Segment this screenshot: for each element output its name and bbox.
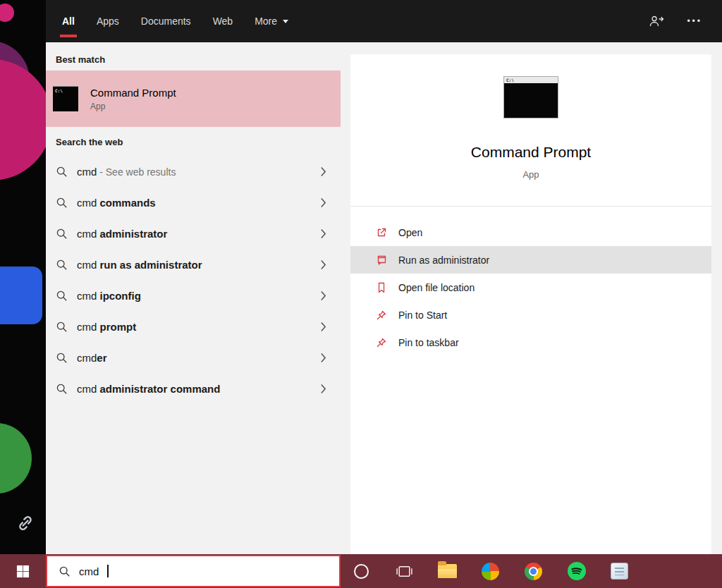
tab-all[interactable]: All <box>62 0 75 42</box>
search-icon <box>56 352 68 364</box>
best-match-header: Best match <box>46 54 341 66</box>
suggestion-text: cmd prompt <box>77 321 311 333</box>
command-prompt-icon-large: C:\ <box>503 76 558 118</box>
windows-search-overlay: All Apps Documents Web More ••• <box>0 0 722 588</box>
tab-more[interactable]: More <box>255 0 288 42</box>
chrome-shape <box>525 563 542 580</box>
search-icon <box>56 383 68 395</box>
command-prompt-icon-glyph: C:\ <box>55 88 63 93</box>
spotify-icon[interactable] <box>555 554 598 588</box>
filter-tabs: All Apps Documents Web More <box>46 0 288 42</box>
tab-apps-label: Apps <box>97 16 119 27</box>
action-label: Open <box>398 227 422 238</box>
suggestion-text: cmd run as administrator <box>77 259 311 271</box>
web-suggestions-list: cmd - See web results cmd commands cmd a… <box>46 156 341 404</box>
search-icon <box>56 321 68 333</box>
tab-web[interactable]: Web <box>213 0 233 42</box>
windows-logo-icon <box>16 565 30 578</box>
wallpaper-pink-blob <box>0 59 46 180</box>
action-run-as-administrator[interactable]: Run as administrator <box>350 246 711 274</box>
search-filter-bar: All Apps Documents Web More ••• <box>46 0 722 42</box>
tab-web-label: Web <box>213 16 233 27</box>
search-icon <box>56 166 68 178</box>
notebook-app-icon[interactable] <box>598 554 641 588</box>
search-results-panel: Best match C:\ Command Prompt App Search… <box>46 42 341 554</box>
suggestion-text: cmd administrator <box>77 228 311 240</box>
open-icon <box>376 227 387 238</box>
app-title: Command Prompt <box>350 144 711 161</box>
run-as-admin-icon <box>376 255 387 266</box>
wallpaper-green-circle <box>0 423 32 494</box>
chrome-icon[interactable] <box>512 554 555 588</box>
search-suggestion[interactable]: cmd run as administrator <box>46 249 341 280</box>
search-suggestion[interactable]: cmd - See web results <box>46 156 341 187</box>
wallpaper-pink-dot <box>0 4 14 22</box>
chevron-right-icon <box>320 290 326 301</box>
best-match-item[interactable]: C:\ Command Prompt App <box>46 71 341 127</box>
tab-documents[interactable]: Documents <box>141 0 191 42</box>
ellipsis-icon[interactable]: ••• <box>687 16 702 26</box>
start-button[interactable] <box>0 554 46 588</box>
pin-icon <box>376 310 387 321</box>
taskbar-icons <box>340 554 641 588</box>
tab-more-label: More <box>255 16 277 27</box>
link-icon <box>16 513 35 533</box>
search-icon <box>56 197 68 209</box>
suggestion-text: cmd commands <box>77 197 311 209</box>
chevron-right-icon <box>320 166 326 177</box>
search-suggestion[interactable]: cmd ipconfig <box>46 280 341 311</box>
search-icon <box>59 565 71 577</box>
cortana-ring <box>354 564 369 579</box>
search-suggestion[interactable]: cmder <box>46 342 341 373</box>
tab-all-label: All <box>62 16 75 27</box>
desktop-wallpaper <box>0 0 46 554</box>
chevron-right-icon <box>320 321 326 332</box>
file-explorer-icon[interactable] <box>426 554 469 588</box>
signin-options-icon[interactable] <box>649 15 664 27</box>
best-match-subtitle: App <box>90 102 176 111</box>
pinwheel-app-icon[interactable] <box>469 554 512 588</box>
command-prompt-icon-titlebar: C:\ <box>504 77 558 83</box>
app-subtitle: App <box>350 169 711 180</box>
cortana-icon[interactable] <box>340 554 383 588</box>
search-icon <box>56 228 68 240</box>
best-match-text: Command Prompt App <box>90 87 176 111</box>
text-cursor <box>107 565 109 577</box>
chevron-right-icon <box>320 259 326 270</box>
action-label: Pin to Start <box>398 310 447 321</box>
tab-apps[interactable]: Apps <box>97 0 119 42</box>
taskbar-search-input[interactable]: cmd <box>46 555 341 587</box>
folder-shape <box>438 564 457 578</box>
command-prompt-icon: C:\ <box>53 86 78 111</box>
suggestion-text: cmd - See web results <box>77 166 311 178</box>
wallpaper-blue-square <box>0 267 42 324</box>
chevron-right-icon <box>320 384 326 394</box>
search-query-text: cmd <box>79 565 99 577</box>
dropdown-arrow-icon <box>283 20 288 23</box>
suggestion-text: cmder <box>77 352 311 364</box>
search-suggestion[interactable]: cmd commands <box>46 187 341 218</box>
action-label: Run as administrator <box>398 255 489 266</box>
search-icon <box>56 259 68 271</box>
pin-icon <box>376 337 387 348</box>
search-suggestion[interactable]: cmd administrator <box>46 218 341 249</box>
search-web-header: Search the web <box>46 136 341 149</box>
search-icon <box>56 290 68 302</box>
notebook-shape <box>611 563 628 580</box>
action-pin-to-taskbar[interactable]: Pin to taskbar <box>350 329 711 356</box>
action-pin-to-start[interactable]: Pin to Start <box>350 301 711 329</box>
search-suggestion[interactable]: cmd administrator command <box>46 373 341 404</box>
task-view-icon[interactable] <box>383 554 426 588</box>
suggestion-text: cmd ipconfig <box>77 290 311 302</box>
action-open[interactable]: Open <box>350 219 711 246</box>
action-open-file-location[interactable]: Open file location <box>350 274 711 301</box>
context-actions: Open Run as administrator Open file loca… <box>350 207 711 356</box>
chevron-right-icon <box>320 197 326 208</box>
suggestion-text: cmd administrator command <box>77 383 311 395</box>
best-match-title: Command Prompt <box>90 87 176 99</box>
chevron-right-icon <box>320 228 326 239</box>
file-location-icon <box>376 282 387 293</box>
search-suggestion[interactable]: cmd prompt <box>46 311 341 342</box>
preview-panel: C:\ Command Prompt App Open Run as admin… <box>341 42 722 554</box>
tab-documents-label: Documents <box>141 16 191 27</box>
